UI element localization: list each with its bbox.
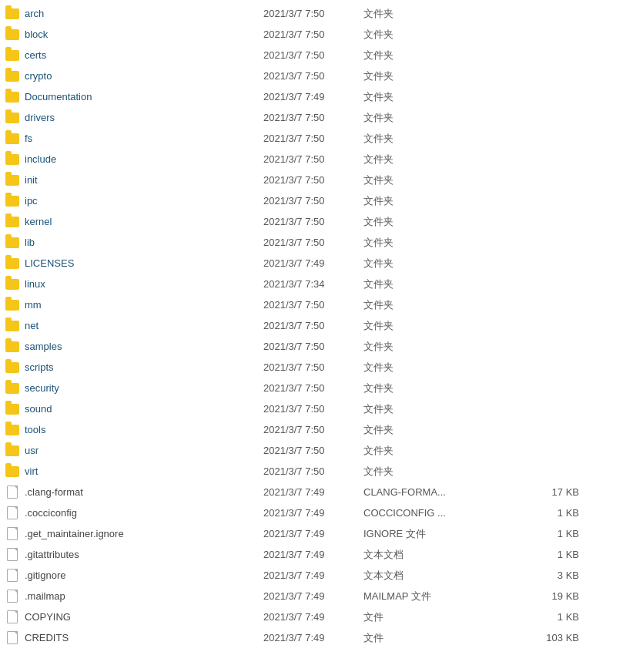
file-type-label: COCCICONFIG ... xyxy=(363,507,517,519)
file-row[interactable]: .get_maintainer.ignore2021/3/7 7:49IGNOR… xyxy=(0,523,643,544)
file-icon xyxy=(5,610,20,624)
file-name: .get_maintainer.ignore xyxy=(25,528,263,539)
file-size: 1 KB xyxy=(517,528,579,539)
folder-icon xyxy=(5,319,20,333)
file-row[interactable]: scripts2021/3/7 7:50文件夹 xyxy=(0,357,643,378)
file-row[interactable]: certs2021/3/7 7:50文件夹 xyxy=(0,45,643,66)
file-row[interactable]: .clang-format2021/3/7 7:49CLANG-FORMA...… xyxy=(0,482,643,502)
file-date: 2021/3/7 7:49 xyxy=(263,528,363,539)
file-type-label: 文件 xyxy=(363,631,517,645)
file-name: crypto xyxy=(25,70,263,82)
folder-icon xyxy=(5,28,20,42)
file-type-label: 文件夹 xyxy=(363,257,517,270)
file-row[interactable]: .mailmap2021/3/7 7:49MAILMAP 文件19 KB xyxy=(0,586,643,606)
file-name: linux xyxy=(25,278,263,290)
folder-icon xyxy=(5,173,20,187)
file-row[interactable]: block2021/3/7 7:50文件夹 xyxy=(0,24,643,45)
file-row[interactable]: crypto2021/3/7 7:50文件夹 xyxy=(0,66,643,86)
file-icon xyxy=(5,527,20,541)
file-row[interactable]: .gitignore2021/3/7 7:49文本文档3 KB xyxy=(0,565,643,586)
file-type-label: 文件夹 xyxy=(363,277,517,291)
file-type-label: CLANG-FORMA... xyxy=(363,486,517,498)
file-row[interactable]: kernel2021/3/7 7:50文件夹 xyxy=(0,211,643,232)
file-row[interactable]: include2021/3/7 7:50文件夹 xyxy=(0,149,643,170)
file-date: 2021/3/7 7:34 xyxy=(263,278,363,290)
file-row[interactable]: fs2021/3/7 7:50文件夹 xyxy=(0,128,643,149)
file-name: CREDITS xyxy=(25,632,263,643)
file-icon xyxy=(5,506,20,520)
file-row[interactable]: LICENSES2021/3/7 7:49文件夹 xyxy=(0,253,643,274)
file-date: 2021/3/7 7:50 xyxy=(263,133,363,144)
file-row[interactable]: sound2021/3/7 7:50文件夹 xyxy=(0,398,643,419)
file-row[interactable]: COPYING2021/3/7 7:49文件1 KB xyxy=(0,606,643,627)
file-name: .gitignore xyxy=(25,570,263,581)
file-type-label: 文件 xyxy=(363,610,517,624)
file-row[interactable]: security2021/3/7 7:50文件夹 xyxy=(0,378,643,398)
file-row[interactable]: net2021/3/7 7:50文件夹 xyxy=(0,315,643,336)
file-date: 2021/3/7 7:49 xyxy=(263,257,363,269)
file-type-label: 文件夹 xyxy=(363,111,517,125)
file-type-label: 文件夹 xyxy=(363,173,517,187)
file-row[interactable]: linux2021/3/7 7:34文件夹 xyxy=(0,274,643,294)
file-row[interactable]: Documentation2021/3/7 7:49文件夹 xyxy=(0,86,643,107)
file-row[interactable]: .cocciconfig2021/3/7 7:49COCCICONFIG ...… xyxy=(0,502,643,523)
file-name: mm xyxy=(25,299,263,311)
file-type-label: MAILMAP 文件 xyxy=(363,590,517,603)
file-size: 1 KB xyxy=(517,611,579,623)
file-type-label: 文件夹 xyxy=(363,236,517,250)
file-row[interactable]: usr2021/3/7 7:50文件夹 xyxy=(0,440,643,461)
file-row[interactable]: arch2021/3/7 7:50文件夹 xyxy=(0,3,643,24)
folder-icon xyxy=(5,153,20,166)
file-icon xyxy=(5,631,20,645)
file-type-label: 文件夹 xyxy=(363,90,517,104)
file-name: COPYING xyxy=(25,611,263,623)
file-row[interactable]: tools2021/3/7 7:50文件夹 xyxy=(0,419,643,440)
file-type-label: 文本文档 xyxy=(363,548,517,562)
file-name: usr xyxy=(25,445,263,456)
file-date: 2021/3/7 7:50 xyxy=(263,70,363,82)
file-row[interactable]: virt2021/3/7 7:50文件夹 xyxy=(0,461,643,482)
file-row[interactable]: samples2021/3/7 7:50文件夹 xyxy=(0,336,643,357)
file-date: 2021/3/7 7:49 xyxy=(263,549,363,560)
file-date: 2021/3/7 7:50 xyxy=(263,299,363,311)
file-row[interactable]: .gitattributes2021/3/7 7:49文本文档1 KB xyxy=(0,544,643,565)
file-type-label: IGNORE 文件 xyxy=(363,527,517,541)
folder-icon xyxy=(5,465,20,479)
file-type-label: 文件夹 xyxy=(363,319,517,333)
file-date: 2021/3/7 7:50 xyxy=(263,382,363,394)
folder-icon xyxy=(5,444,20,458)
folder-icon xyxy=(5,298,20,312)
file-name: tools xyxy=(25,424,263,435)
file-size: 19 KB xyxy=(517,590,579,602)
file-icon xyxy=(5,590,20,603)
file-icon xyxy=(5,548,20,562)
folder-icon xyxy=(5,132,20,146)
file-date: 2021/3/7 7:49 xyxy=(263,611,363,623)
file-row[interactable]: lib2021/3/7 7:50文件夹 xyxy=(0,232,643,253)
file-name: ipc xyxy=(25,195,263,207)
file-date: 2021/3/7 7:50 xyxy=(263,153,363,165)
folder-icon xyxy=(5,7,20,21)
file-icon xyxy=(5,486,20,499)
file-row[interactable]: mm2021/3/7 7:50文件夹 xyxy=(0,294,643,315)
file-date: 2021/3/7 7:50 xyxy=(263,216,363,227)
folder-icon xyxy=(5,69,20,83)
file-name: init xyxy=(25,174,263,186)
file-name: fs xyxy=(25,133,263,144)
file-type-label: 文件夹 xyxy=(363,444,517,458)
file-row[interactable]: ipc2021/3/7 7:50文件夹 xyxy=(0,190,643,211)
file-row[interactable]: CREDITS2021/3/7 7:49文件103 KB xyxy=(0,627,643,648)
file-date: 2021/3/7 7:50 xyxy=(263,465,363,477)
folder-icon xyxy=(5,361,20,375)
file-row[interactable]: init2021/3/7 7:50文件夹 xyxy=(0,170,643,190)
file-type-label: 文件夹 xyxy=(363,132,517,146)
file-date: 2021/3/7 7:50 xyxy=(263,112,363,123)
file-type-label: 文本文档 xyxy=(363,569,517,583)
file-name: LICENSES xyxy=(25,257,263,269)
file-size: 1 KB xyxy=(517,549,579,560)
file-date: 2021/3/7 7:50 xyxy=(263,49,363,61)
file-size: 103 KB xyxy=(517,632,579,643)
file-row[interactable]: drivers2021/3/7 7:50文件夹 xyxy=(0,107,643,128)
file-type-label: 文件夹 xyxy=(363,69,517,83)
file-date: 2021/3/7 7:50 xyxy=(263,237,363,248)
